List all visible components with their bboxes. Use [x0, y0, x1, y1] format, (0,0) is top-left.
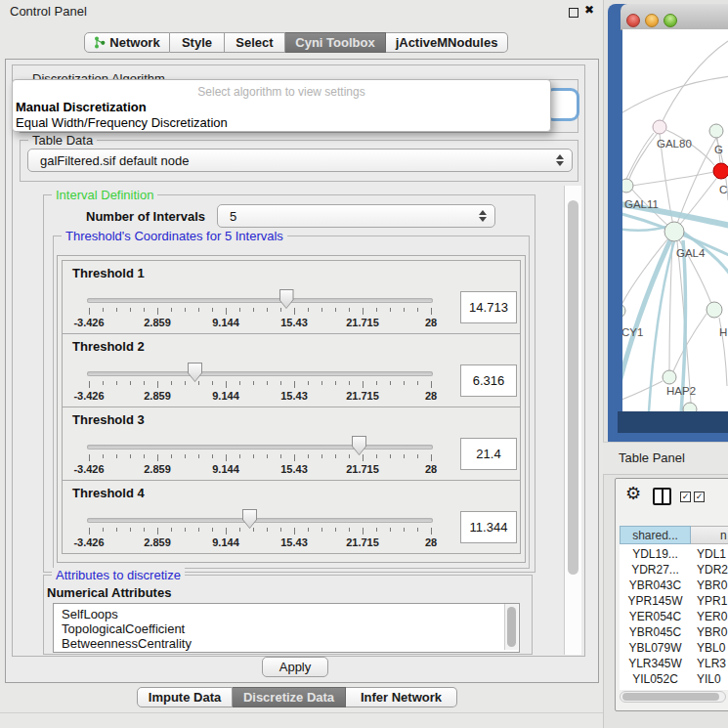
network-node[interactable] [663, 370, 676, 384]
panel-scrollbar[interactable] [564, 186, 581, 655]
slider-tick [103, 381, 104, 385]
table-row[interactable]: YBR043CYBR0 [620, 578, 728, 593]
hscrollbar-thumb[interactable] [622, 693, 719, 701]
slider-track[interactable] [87, 298, 433, 303]
slider-thumb[interactable] [188, 363, 202, 382]
slider-tick [280, 308, 281, 312]
network-edge[interactable] [629, 133, 658, 179]
columns-icon[interactable] [653, 488, 671, 505]
axis-tick-label: 21.715 [346, 317, 379, 328]
slider-tick [116, 308, 117, 312]
network-node[interactable] [622, 179, 633, 193]
algorithm-combobox-focus-ring[interactable] [547, 91, 577, 118]
slider-tick [157, 454, 158, 461]
table-row[interactable]: YIL052CYIL0 [620, 671, 728, 687]
network-canvas[interactable]: GAL80GCGAL11GAL4GCY1HHAP2 [622, 29, 728, 411]
network-node[interactable] [707, 302, 722, 318]
attribute-list-item[interactable]: SelfLoops [54, 607, 519, 621]
threshold-value-field[interactable]: 14.713 [460, 291, 517, 323]
close-traffic-light[interactable] [626, 14, 640, 27]
axis-tick-label: 21.715 [346, 463, 379, 475]
slider-thumb[interactable] [242, 509, 257, 529]
attributes-scrollbar-thumb[interactable] [507, 607, 516, 647]
column-header-name[interactable]: n [691, 526, 728, 544]
slider-tick [280, 381, 281, 385]
attributes-list-scrollbar[interactable] [504, 604, 518, 650]
table-row[interactable]: YER054CYER0 [620, 609, 728, 624]
panel-scrollbar-thumb[interactable] [568, 200, 578, 575]
network-edge[interactable] [673, 314, 707, 371]
slider-track[interactable] [87, 445, 433, 450]
table-row[interactable]: YDR27...YDR2 [620, 562, 728, 578]
network-edge[interactable] [660, 41, 728, 127]
network-edge[interactable] [626, 133, 654, 179]
tab-label: Network [109, 35, 159, 50]
slider-tick [363, 381, 364, 388]
table-row[interactable]: YBR045CYBR0 [620, 624, 728, 640]
zoom-traffic-light[interactable] [664, 14, 677, 27]
tab-infer-network[interactable]: Infer Network [346, 687, 457, 707]
numerical-attributes-list[interactable]: SelfLoopsTopologicalCoefficientBetweenne… [53, 603, 520, 653]
table-row[interactable]: YBL079WYBL0 [620, 640, 728, 656]
network-edge[interactable] [622, 76, 728, 125]
slider-thumb[interactable] [352, 436, 366, 455]
cell-name: YIL0 [691, 671, 728, 687]
network-node[interactable] [683, 403, 697, 411]
tab-impute-data[interactable]: Impute Data [137, 687, 233, 707]
table-row[interactable]: YDL19...YDL1 [620, 546, 728, 562]
number-of-intervals-combobox[interactable]: 5 [217, 204, 495, 228]
slider-tick [212, 454, 213, 458]
network-node-label: HAP2 [666, 385, 696, 397]
network-edge[interactable] [622, 381, 663, 406]
column-header-shared-name[interactable]: shared... [620, 526, 691, 544]
number-of-intervals-value: 5 [230, 205, 236, 228]
attribute-list-item[interactable]: BetweennessCentrality [54, 636, 519, 651]
float-window-icon[interactable] [569, 8, 578, 18]
cell-name: YLR3 [691, 656, 728, 671]
slider-tick [390, 308, 391, 312]
tab-discretize-data[interactable]: Discretize Data [233, 687, 346, 707]
slider-tick [294, 381, 295, 388]
tab-style[interactable]: Style [170, 32, 225, 53]
minimize-traffic-light[interactable] [645, 14, 659, 27]
network-node[interactable] [664, 222, 684, 241]
slider-track[interactable] [87, 518, 433, 523]
dropdown-option-manual-discretization[interactable]: Manual Discretization [16, 100, 147, 114]
table-data-combobox[interactable]: galFiltered.sif default node [27, 149, 573, 172]
gear-icon[interactable]: ⚙ [625, 485, 641, 502]
tab-jactivemnodules[interactable]: jActiveMNodules [386, 32, 508, 53]
slider-tick [417, 528, 418, 532]
network-node[interactable] [709, 124, 723, 138]
threshold-value-field[interactable]: 6.316 [460, 364, 517, 397]
slider-tick [404, 528, 405, 532]
checkbox-icon[interactable]: ✓ [694, 492, 705, 502]
slider-tick [198, 381, 199, 385]
axis-tick-label: 2.859 [144, 390, 171, 402]
thresholds-group-label: Threshold's Coordinates for 5 Intervals [62, 229, 287, 243]
dropdown-option-equal-width-frequency[interactable]: Equal Width/Frequency Discretization [16, 115, 228, 130]
slider-tick [417, 381, 418, 385]
network-node[interactable] [653, 120, 666, 134]
network-edge[interactable] [632, 172, 714, 186]
apply-button[interactable]: Apply [262, 657, 328, 677]
threshold-value-field[interactable]: 11.344 [460, 511, 517, 543]
axis-tick-label: 28 [425, 536, 437, 548]
threshold-value-field[interactable]: 21.4 [460, 438, 517, 470]
checkbox-icon[interactable]: ✓ [680, 492, 691, 502]
dropdown-prompt-item[interactable]: Select algorithm to view settings [13, 85, 550, 99]
table-horizontal-scrollbar[interactable] [620, 691, 726, 703]
slider-thumb[interactable] [279, 289, 294, 309]
network-window-titlebar[interactable] [621, 4, 728, 30]
network-node[interactable] [713, 163, 728, 179]
attribute-list-item[interactable]: TopologicalCoefficient [54, 621, 519, 636]
slider-track[interactable] [87, 371, 433, 376]
table-row[interactable]: YPR145WYPR1 [620, 593, 728, 609]
slider-tick [144, 528, 145, 532]
tab-cyni-toolbox[interactable]: Cyni Toolbox [285, 32, 386, 53]
table-row[interactable]: YLR345WYLR3 [620, 656, 728, 671]
tab-select[interactable]: Select [225, 32, 285, 53]
close-icon[interactable]: ✖ [584, 3, 594, 17]
network-node[interactable] [622, 304, 625, 318]
network-edge-thick[interactable] [622, 226, 670, 231]
tab-network[interactable]: Network [84, 32, 170, 53]
